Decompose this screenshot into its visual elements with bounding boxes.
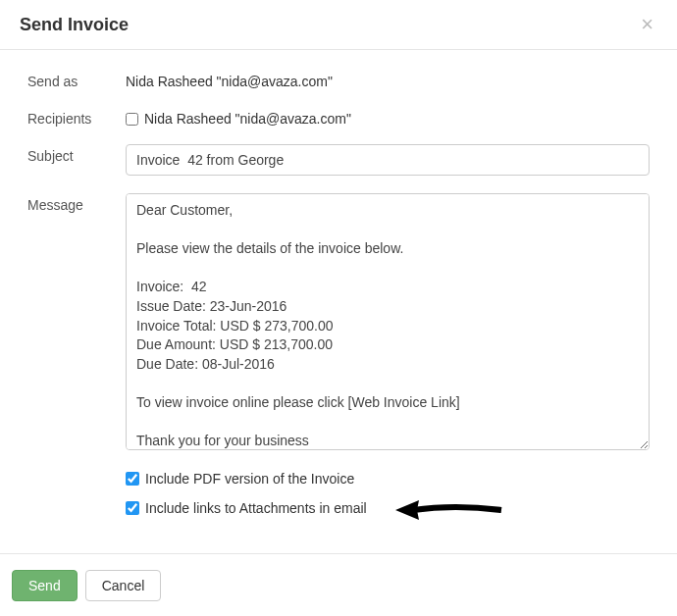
include-pdf-row: Include PDF version of the Invoice [126, 471, 650, 487]
modal-body: Send as Nida Rasheed "nida@avaza.com" Re… [0, 50, 677, 553]
message-value-wrap [126, 193, 650, 453]
send-as-value: Nida Rasheed "nida@avaza.com" [126, 70, 650, 89]
modal-title: Send Invoice [20, 15, 129, 35]
subject-input[interactable] [126, 144, 650, 176]
modal-footer: Send Cancel [0, 553, 677, 616]
recipients-label: Recipients [27, 107, 126, 127]
send-button[interactable]: Send [12, 570, 78, 601]
include-pdf-checkbox[interactable] [126, 472, 139, 486]
recipient-name: Nida Rasheed "nida@avaza.com" [144, 111, 351, 127]
modal-header: Send Invoice × [0, 0, 677, 50]
subject-value-wrap [126, 144, 650, 176]
include-pdf-label: Include PDF version of the Invoice [145, 471, 354, 487]
close-icon[interactable]: × [637, 14, 657, 35]
message-label: Message [27, 193, 126, 213]
recipient-checkbox[interactable] [126, 113, 138, 126]
send-as-row: Send as Nida Rasheed "nida@avaza.com" [27, 70, 650, 89]
send-as-label: Send as [27, 70, 126, 89]
include-attachments-checkbox[interactable] [126, 501, 139, 515]
subject-label: Subject [27, 144, 126, 164]
message-row: Message [27, 193, 650, 453]
message-input[interactable] [126, 193, 650, 450]
cancel-button[interactable]: Cancel [85, 570, 162, 601]
annotation-arrow-icon [395, 496, 503, 524]
subject-row: Subject [27, 144, 650, 176]
include-attachments-row: Include links to Attachments in email [126, 500, 650, 516]
send-invoice-modal: Send Invoice × Send as Nida Rasheed "nid… [0, 0, 677, 616]
recipients-row: Recipients Nida Rasheed "nida@avaza.com" [27, 107, 650, 127]
recipient-item: Nida Rasheed "nida@avaza.com" [126, 107, 650, 127]
include-attachments-label: Include links to Attachments in email [145, 500, 367, 516]
